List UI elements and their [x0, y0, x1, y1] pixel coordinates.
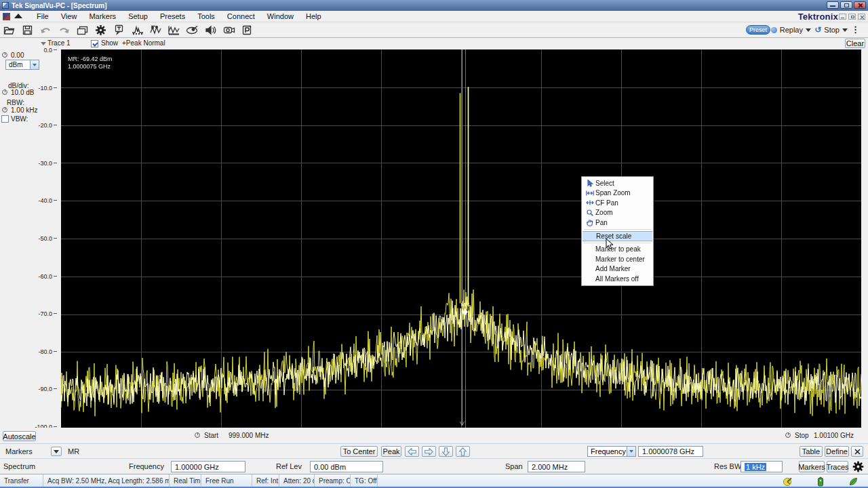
presets-icon[interactable]: [238, 23, 256, 37]
stop-label: Stop: [795, 432, 809, 439]
res-bw-field[interactable]: 1 kHz: [741, 461, 783, 472]
spectrum-window-icon[interactable]: [3, 13, 10, 20]
context-menu-item-select[interactable]: Select: [582, 178, 653, 188]
marker-right-button[interactable]: [422, 446, 436, 457]
markers-row-label: Markers: [5, 447, 33, 455]
start-freq-knob-icon[interactable]: [195, 432, 200, 438]
span-zoom-icon: [585, 190, 595, 196]
context-menu-label: Marker to peak: [595, 245, 641, 253]
child-minimize-button[interactable]: [839, 14, 846, 20]
define-button[interactable]: Define: [825, 446, 849, 457]
menu-view[interactable]: View: [55, 11, 83, 22]
markers-waveform-icon[interactable]: [146, 23, 165, 37]
status-acquisition: Acq BW: 2.50 MHz, Acq Length: 2.586 ms: [43, 474, 170, 487]
annotation-icon[interactable]: [110, 23, 128, 37]
context-menu-item-cf-pan[interactable]: CF Pan: [582, 198, 653, 208]
select-cursor-icon: [585, 180, 595, 187]
rbw-knob-icon[interactable]: [2, 107, 7, 113]
span-field[interactable]: 2.000 MHz: [528, 461, 585, 472]
context-menu-item-span-zoom[interactable]: Span Zoom: [582, 188, 653, 199]
menu-help[interactable]: Help: [300, 11, 328, 22]
start-value[interactable]: 999.000 MHz: [229, 432, 269, 439]
y-tick: -40.0: [20, 197, 57, 204]
context-menu-item-all-markers-off[interactable]: All Markers off: [582, 274, 653, 284]
y-tick: -30.0: [20, 160, 57, 167]
settings-gear-icon[interactable]: [852, 460, 865, 475]
stop-value[interactable]: 1.00100 GHz: [814, 432, 854, 439]
save-file-icon[interactable]: [18, 23, 37, 37]
window-menu-icon[interactable]: [14, 14, 22, 18]
table-button[interactable]: Table: [800, 446, 823, 457]
menu-setup[interactable]: Setup: [122, 11, 154, 22]
acquisition-icon[interactable]: [220, 23, 238, 37]
y-tick: -60.0: [20, 273, 57, 280]
markers-panel-button[interactable]: Markers: [799, 461, 825, 472]
menu-window[interactable]: Window: [261, 11, 300, 22]
audio-demod-icon[interactable]: [201, 23, 220, 37]
context-menu-item-pan[interactable]: Pan: [582, 218, 653, 228]
leaf-status-icon: [848, 476, 859, 487]
menu-markers[interactable]: Markers: [83, 11, 122, 22]
context-menu-item-add-marker[interactable]: Add Marker: [582, 264, 653, 274]
child-restore-button[interactable]: [848, 14, 856, 20]
context-menu-label: Marker to center: [595, 256, 645, 263]
ref-lev-field[interactable]: 0.00 dBm: [310, 461, 383, 472]
redo-icon[interactable]: [55, 23, 73, 37]
menu-tools[interactable]: Tools: [191, 11, 221, 22]
stop-freq-knob-icon[interactable]: [785, 432, 791, 438]
marker-up-button[interactable]: [456, 446, 470, 457]
spectrum-display-icon[interactable]: [128, 23, 146, 37]
displays-icon[interactable]: [73, 23, 92, 37]
stop-button[interactable]: ↺ Stop: [814, 24, 848, 35]
show-checkbox[interactable]: [91, 40, 98, 47]
chevron-down-icon: [842, 28, 848, 32]
more-options-icon[interactable]: ⋮: [851, 24, 860, 35]
preset-button[interactable]: Preset: [746, 25, 770, 35]
status-preamp: Preamp: Off: [315, 474, 351, 487]
collapse-trace-icon[interactable]: [41, 42, 46, 45]
dpx-icon[interactable]: [183, 23, 201, 37]
ref-level-knob-icon[interactable]: [2, 52, 7, 58]
context-menu-item-marker-to-center[interactable]: Marker to center: [582, 254, 653, 264]
menu-file[interactable]: File: [31, 11, 55, 22]
undo-icon[interactable]: [37, 23, 55, 37]
markers-dropdown-button[interactable]: [51, 447, 62, 456]
context-menu-item-zoom[interactable]: Zoom: [582, 208, 653, 218]
replay-button[interactable]: Replay: [771, 24, 811, 35]
marker-property-dropdown[interactable]: Frequency: [587, 446, 636, 457]
marker-left-button[interactable]: [405, 446, 419, 457]
peak-button[interactable]: Peak: [381, 446, 401, 457]
status-transfer: Transfer: [0, 474, 43, 487]
context-menu-label: Pan: [595, 219, 608, 226]
center-frequency-field[interactable]: 1.00000 GHz: [171, 461, 245, 472]
y-tick: 0.0: [20, 47, 57, 54]
restore-button[interactable]: [840, 1, 852, 9]
marker-frequency-field[interactable]: 1.0000078 GHz: [638, 446, 703, 457]
menu-presets[interactable]: Presets: [154, 11, 191, 22]
settings-gear-icon[interactable]: [92, 23, 110, 37]
context-menu-label: Add Marker: [595, 265, 631, 272]
marker-down-button[interactable]: [439, 446, 453, 457]
db-per-div-knob-icon[interactable]: [2, 89, 7, 95]
close-button[interactable]: [854, 1, 866, 9]
y-tick: -90.0: [20, 386, 57, 392]
spectrum-graph[interactable]: [61, 49, 861, 428]
time-overview-icon[interactable]: [165, 23, 183, 37]
open-file-icon[interactable]: [0, 23, 18, 37]
context-menu-item-marker-to-peak[interactable]: Marker to peak: [582, 245, 653, 255]
battery-status-icon: [817, 476, 824, 487]
minimize-button[interactable]: [827, 1, 839, 9]
vbw-checkbox[interactable]: [1, 115, 9, 123]
menu-connect[interactable]: Connect: [221, 11, 261, 22]
close-markers-row-button[interactable]: [851, 446, 863, 457]
pan-hand-icon: [585, 219, 595, 226]
context-menu-label: CF Pan: [595, 199, 618, 207]
chevron-down-icon: [806, 28, 811, 32]
traces-panel-button[interactable]: Traces: [827, 461, 848, 472]
autoscale-button[interactable]: Autoscale: [3, 431, 36, 441]
to-center-button[interactable]: To Center: [340, 446, 378, 457]
context-menu-item-reset-scale[interactable]: Reset scale: [583, 231, 652, 241]
dropdown-arrow-icon: [627, 447, 635, 456]
child-close-button[interactable]: [858, 14, 865, 20]
clear-button[interactable]: Clear: [845, 39, 865, 48]
